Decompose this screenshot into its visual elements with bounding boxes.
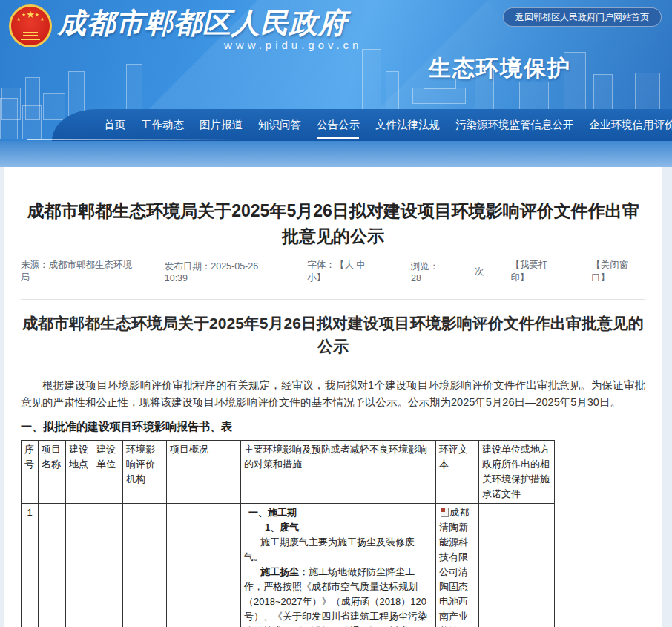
col-header-project-name: 项目名称: [39, 441, 66, 504]
measures-paragraph: 施工期废气主要为施工扬尘及装修废气。: [244, 535, 432, 565]
national-emblem-icon: ★ ★ ★ ★ ★: [9, 4, 52, 47]
intro-paragraph: 根据建设项目环境影响评价审批程序的有关规定，经审议，我局拟对1个建设项目环境影响…: [21, 377, 645, 411]
site-url: www.pidu.gov.cn: [224, 39, 362, 51]
main-nav: 首页 工作动态 图片报道 知识问答 公告公示 文件法律法规 污染源环境监管信息公…: [52, 109, 672, 141]
content-card: 成都市郫都生态环境局关于2025年5月26日拟对建设项目环境影响评价文件作出审批…: [4, 167, 662, 627]
emblem-star-icon: ★: [22, 12, 26, 17]
nav-underline-decoration: [27, 139, 242, 140]
col-header-commitment: 建设单位或地方政府所作出的相关环境保护措施承诺文件: [479, 441, 555, 504]
cell-project-name: [39, 504, 66, 627]
col-header-location: 建设地点: [66, 441, 93, 504]
cell-eia-text: 成都清陶新能源科技有限公司清陶固态电池西南产业基地项目: [436, 504, 479, 627]
building-outline: [0, 98, 18, 139]
nav-item-home[interactable]: 首页: [104, 118, 125, 132]
eia-document-title: 成都清陶新能源科技有限公司清陶固态电池西南产业基地项目: [439, 507, 469, 627]
content-title: 成都市郫都生态环境局关于2025年5月26日拟对建设项目环境影响评价文件作出审批…: [21, 312, 645, 358]
building-outline: [22, 105, 42, 139]
measures-heading-2: 1、废气: [244, 520, 432, 535]
section-title: 生态环境保护: [429, 53, 571, 84]
emblem-star-icon: ★: [35, 12, 39, 17]
col-header-builder: 建设单位: [93, 441, 123, 504]
measures-paragraph: 施工扬尘：施工场地做好防尘降尘工作，严格按照《成都市空气质量达标规划（2018~…: [244, 565, 432, 627]
emblem-gate-icon: [21, 32, 40, 40]
cell-builder: [93, 504, 123, 627]
col-header-eia-agency: 环境影响评价机构: [123, 441, 167, 504]
doc-attachment-icon: [441, 508, 449, 517]
building-outline: [43, 93, 65, 120]
col-header-overview: 项目概况: [167, 441, 241, 504]
table-header-row: 序号 项目名称 建设地点 建设单位 环境影响评价机构 项目概况 主要环境影响及预…: [22, 441, 555, 504]
cell-eia-agency: [123, 504, 167, 627]
nav-item-pollution-supervision[interactable]: 污染源环境监管信息公开: [455, 118, 574, 132]
close-window-button[interactable]: 【关闭窗口】: [591, 259, 645, 284]
nav-item-knowledge-qa[interactable]: 知识问答: [258, 118, 301, 132]
page-title: 成都市郫都生态环境局关于2025年5月26日拟对建设项目环境影响评价文件作出审批…: [21, 198, 645, 249]
table-row: 1 一、施工期 1、废气 施工期废气主要为施工扬尘及装修废气。 施工扬尘：施工场…: [22, 504, 555, 627]
emblem-star-icon: ★: [16, 16, 21, 22]
emblem-star-icon: ★: [26, 10, 35, 19]
nav-item-laws-regulations[interactable]: 文件法律法规: [375, 118, 440, 132]
cell-measures: 一、施工期 1、废气 施工期废气主要为施工扬尘及装修废气。 施工扬尘：施工场地做…: [241, 504, 436, 627]
section-heading: 一、拟批准的建设项目环境影响报告书、表: [21, 420, 645, 434]
banner-bottom-gradient: [0, 141, 672, 167]
nav-item-photo-reports[interactable]: 图片报道: [200, 118, 243, 132]
print-button[interactable]: 【我要打印】: [510, 259, 564, 284]
meta-views-unit: 次: [475, 266, 484, 278]
col-header-measures: 主要环境影响及预防或者减轻不良环境影响的对策和措施: [241, 441, 436, 504]
measures-dust-label: 施工扬尘：: [260, 566, 309, 577]
return-portal-button[interactable]: 返回郫都区人民政府门户网站首页: [503, 7, 662, 27]
cell-location: [66, 504, 93, 627]
measures-heading-1: 一、施工期: [244, 505, 432, 520]
approval-table: 序号 项目名称 建设地点 建设单位 环境影响评价机构 项目概况 主要环境影响及预…: [21, 440, 555, 627]
site-name: 成都市郫都区人民政府: [58, 4, 347, 42]
emblem-star-icon: ★: [40, 16, 45, 22]
cell-commitment: [479, 504, 555, 627]
col-header-index: 序号: [22, 441, 39, 504]
col-header-eia-text: 环评文本: [436, 441, 479, 504]
meta-source: 来源：成都市郫都生态环境局: [21, 259, 138, 284]
nav-item-enterprise-credit[interactable]: 企业环境信用评价: [590, 118, 672, 132]
cell-index: 1: [22, 504, 39, 627]
site-banner: ★ ★ ★ ★ ★ 成都市郫都区人民政府 www.pidu.gov.cn 返回郫…: [0, 0, 672, 167]
meta-views: 浏览：28: [411, 260, 448, 283]
cell-overview: [167, 504, 241, 627]
font-size-switcher[interactable]: 字体：【大 中 小】: [307, 259, 384, 284]
article-meta: 来源：成都市郫都生态环境局 发布日期：2025-05-26 10:39 字体：【…: [21, 259, 645, 300]
nav-item-work-news[interactable]: 工作动态: [141, 118, 184, 132]
meta-date: 发布日期：2025-05-26 10:39: [165, 260, 280, 283]
eia-document-link[interactable]: 成都清陶新能源科技有限公司清陶固态电池西南产业基地项目: [439, 507, 469, 627]
nav-item-announcements[interactable]: 公告公示: [317, 118, 360, 132]
gate-outline: [412, 88, 466, 104]
